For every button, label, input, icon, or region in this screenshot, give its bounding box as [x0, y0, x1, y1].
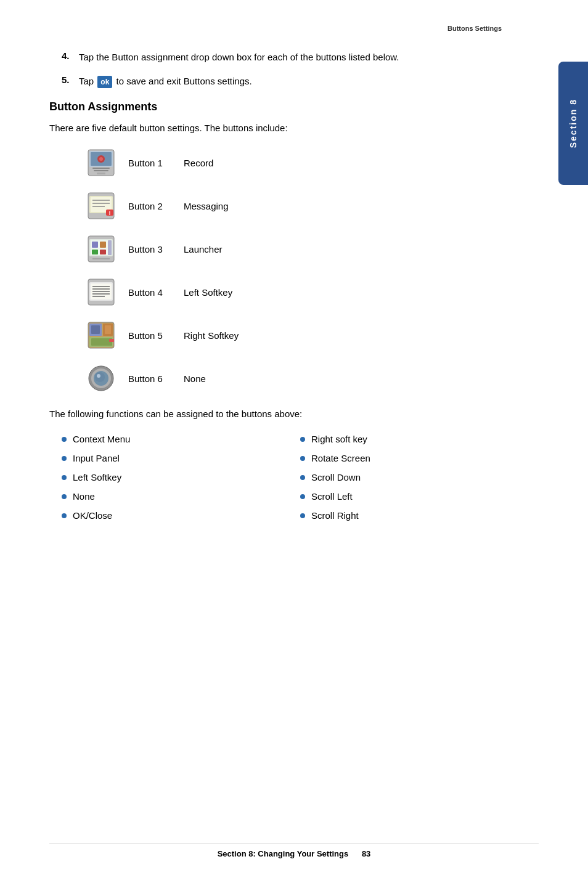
button-4-name: Button 4 [128, 287, 184, 298]
button-2-function: Messaging [184, 201, 229, 211]
svg-rect-5 [92, 168, 110, 169]
list-item: None [62, 491, 300, 502]
list-item: OK/Close [62, 510, 300, 521]
button-1-name: Button 1 [128, 158, 184, 168]
section-heading: Button Assignments [49, 100, 539, 113]
svg-rect-39 [91, 338, 112, 346]
button-3-name: Button 3 [128, 244, 184, 254]
footer: Section 8: Changing Your Settings 83 [0, 844, 588, 858]
button-4-icon [86, 277, 116, 307]
section-tab-label: Section 8 [568, 99, 578, 148]
functions-intro: The following functions can be assigned … [49, 407, 539, 421]
svg-rect-40 [109, 339, 114, 342]
button-2-name: Button 2 [128, 201, 184, 211]
button-4-function: Left Softkey [184, 287, 232, 298]
svg-rect-22 [100, 250, 106, 254]
button-5-function: Right Softkey [184, 330, 239, 341]
step-5: 5. Tap ok to save and exit Buttons setti… [49, 75, 539, 89]
button-2-icon: ! [86, 191, 116, 221]
header-title: Buttons Settings [447, 25, 502, 32]
list-item: Context Menu [62, 434, 300, 444]
button-5-icon [86, 320, 116, 350]
functions-columns: Context MenuInput PanelLeft SoftkeyNoneO… [62, 434, 539, 529]
bullet-icon [300, 494, 305, 499]
svg-rect-38 [105, 325, 111, 334]
table-row: Button 6 None [86, 364, 539, 393]
step-4-text: Tap the Button assignment drop down box … [79, 51, 399, 65]
intro-text: There are five default button settings. … [49, 121, 539, 136]
button-6-function: None [184, 373, 206, 384]
step-5-number: 5. [62, 75, 79, 85]
footer-label: Section 8: Changing Your Settings 83 [218, 849, 371, 858]
svg-rect-37 [91, 325, 100, 334]
step-4-number: 4. [62, 51, 79, 61]
button-3-icon [86, 234, 116, 264]
page: Section 8 Buttons Settings 4. Tap the Bu… [0, 0, 588, 883]
table-row: Button 4 Left Softkey [86, 277, 539, 307]
svg-rect-7 [97, 173, 105, 174]
list-item: Rotate Screen [300, 453, 539, 463]
svg-rect-21 [92, 250, 98, 254]
step-5-text: Tap ok to save and exit Buttons settings… [79, 75, 252, 89]
button-1-icon [86, 148, 116, 177]
list-item: Input Panel [62, 453, 300, 463]
table-row: Button 1 Record [86, 148, 539, 177]
bullet-icon [62, 437, 67, 442]
button-3-function: Launcher [184, 244, 223, 254]
bullet-icon [62, 456, 67, 461]
footer-divider [49, 844, 539, 844]
table-row: ! Button 2 Messaging [86, 191, 539, 221]
bullet-icon [300, 437, 305, 442]
list-item: Right soft key [300, 434, 539, 444]
list-item: Scroll Left [300, 491, 539, 502]
svg-rect-19 [92, 242, 98, 248]
svg-rect-6 [94, 170, 108, 171]
table-row: Button 3 Launcher [86, 234, 539, 264]
svg-point-4 [99, 157, 103, 161]
functions-col-left: Context MenuInput PanelLeft SoftkeyNoneO… [62, 434, 300, 529]
section-tab: Section 8 [558, 62, 588, 185]
button-5-name: Button 5 [128, 330, 184, 341]
button-6-name: Button 6 [128, 373, 184, 384]
bullet-icon [300, 456, 305, 461]
svg-point-44 [97, 374, 100, 378]
svg-text:!: ! [109, 210, 111, 216]
list-item: Scroll Right [300, 510, 539, 521]
list-item: Left Softkey [62, 472, 300, 482]
page-header: Buttons Settings [49, 25, 539, 32]
svg-rect-20 [100, 242, 106, 248]
functions-col-right: Right soft keyRotate ScreenScroll DownSc… [300, 434, 539, 529]
bullet-icon [300, 513, 305, 518]
table-row: Button 5 Right Softkey [86, 320, 539, 350]
bullet-icon [62, 494, 67, 499]
step-4: 4. Tap the Button assignment drop down b… [49, 51, 539, 65]
button-list: Button 1 Record ! Button 2 Messaging [86, 148, 539, 393]
bullet-icon [300, 475, 305, 480]
ok-badge: ok [97, 76, 112, 88]
svg-rect-23 [108, 240, 112, 255]
bullet-icon [62, 475, 67, 480]
button-6-icon [86, 364, 116, 393]
button-1-function: Record [184, 158, 213, 168]
bullet-icon [62, 513, 67, 518]
list-item: Scroll Down [300, 472, 539, 482]
